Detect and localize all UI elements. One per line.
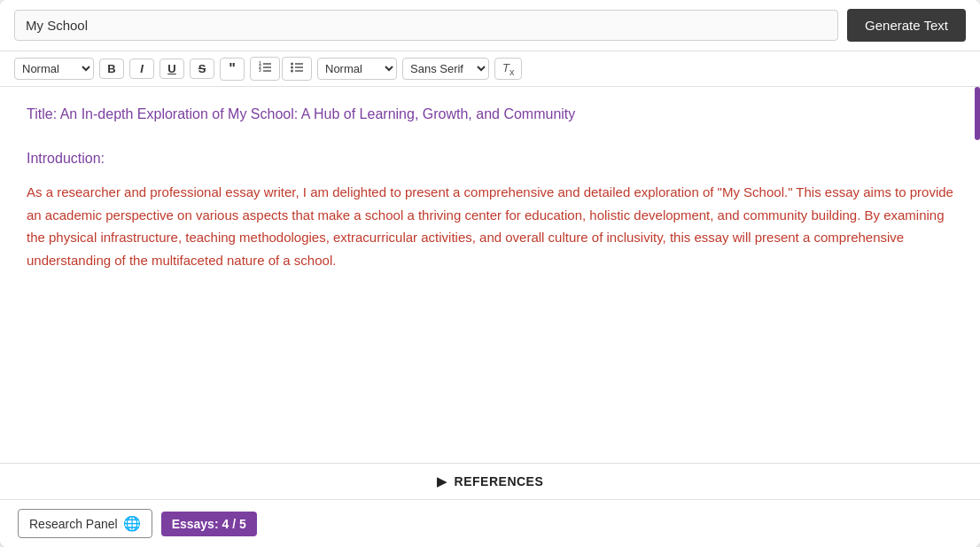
clear-format-button[interactable]: Tx: [494, 58, 522, 81]
references-arrow-icon: ▶: [437, 474, 447, 488]
app-container: Generate Text Normal Heading 1 Heading 2…: [0, 0, 980, 547]
references-label: REFERENCES: [455, 474, 544, 488]
italic-button[interactable]: I: [129, 59, 154, 79]
style-select-2[interactable]: Normal Heading 1: [317, 58, 397, 80]
bold-button[interactable]: B: [99, 59, 124, 79]
intro-paragraph: As a researcher and professional essay w…: [27, 181, 953, 271]
font-select[interactable]: Sans Serif Serif Monospace: [402, 58, 489, 80]
underline-button[interactable]: U: [159, 59, 184, 79]
scroll-indicator: [975, 87, 980, 140]
generate-text-button[interactable]: Generate Text: [847, 9, 966, 42]
research-panel-button[interactable]: Research Panel 🌐: [18, 509, 152, 538]
list-group: 1 2 3: [250, 57, 312, 81]
document-title: Title: An In-depth Exploration of My Sch…: [27, 105, 953, 124]
style-select-1[interactable]: Normal Heading 1 Heading 2: [14, 58, 94, 80]
quote-button[interactable]: ": [220, 58, 245, 81]
unordered-list-button[interactable]: [282, 57, 312, 81]
header-bar: Generate Text: [0, 0, 980, 51]
essays-count-value: 4 / 5: [222, 517, 245, 531]
ordered-list-button[interactable]: 1 2 3: [250, 57, 280, 81]
svg-text:3: 3: [259, 67, 261, 73]
globe-icon: 🌐: [123, 515, 141, 532]
editor-area[interactable]: Title: An In-depth Exploration of My Sch…: [0, 87, 980, 463]
footer-bar: Research Panel 🌐 Essays: 4 / 5: [0, 499, 980, 547]
toolbar: Normal Heading 1 Heading 2 B I U S " 1 2…: [0, 51, 980, 87]
title-input[interactable]: [14, 10, 838, 41]
essays-badge[interactable]: Essays: 4 / 5: [161, 512, 257, 536]
research-panel-label: Research Panel: [29, 517, 118, 531]
para-text-1: As a researcher and professional essay w…: [27, 184, 953, 268]
introduction-heading: Introduction:: [27, 151, 953, 167]
svg-point-11: [291, 70, 293, 73]
strikethrough-button[interactable]: S: [190, 59, 214, 79]
svg-point-10: [291, 66, 293, 69]
essays-label: Essays:: [172, 517, 219, 531]
references-bar[interactable]: ▶ REFERENCES: [0, 463, 980, 499]
svg-point-9: [291, 63, 293, 66]
